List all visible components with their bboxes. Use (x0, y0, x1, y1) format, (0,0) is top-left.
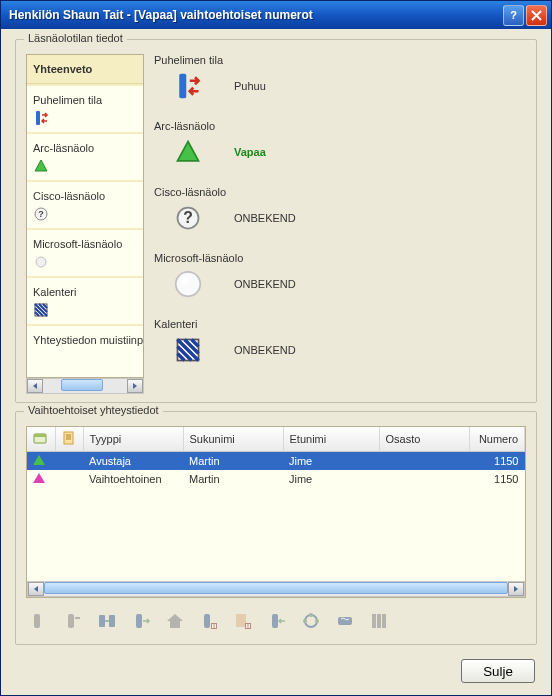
scroll-left-button[interactable] (27, 379, 43, 393)
sidebar-item-note[interactable]: Yhteystiedon muistiinpa (27, 328, 143, 348)
svg-rect-45 (382, 614, 386, 628)
table-hscrollbar[interactable] (27, 581, 525, 597)
close-button[interactable]: Sulje (461, 659, 535, 683)
tool-transfer[interactable] (128, 608, 154, 634)
tool-answer[interactable] (26, 608, 52, 634)
tool-park[interactable] (366, 608, 392, 634)
alt-contacts-legend: Vaihtoehtoiset yhteystiedot (24, 404, 163, 416)
tool-call[interactable] (60, 608, 86, 634)
presence-sidebar[interactable]: Yhteenveto Puhelimen tila Arc-läsnäolo C… (26, 54, 144, 378)
svg-marker-7 (133, 383, 137, 389)
detail-value-phone: Puhuu (234, 80, 266, 92)
tool-hold[interactable] (196, 608, 222, 634)
svg-marker-22 (514, 586, 518, 592)
cell-first: Jime (283, 470, 379, 488)
question-circle-icon: ? (33, 206, 49, 222)
sidebar-item-cal[interactable]: Kalenteri (27, 280, 143, 300)
svg-marker-9 (178, 142, 199, 161)
svg-rect-44 (377, 614, 381, 628)
svg-rect-17 (64, 432, 73, 444)
col-num[interactable]: Numero (469, 427, 525, 452)
presence-dot-icon (172, 268, 204, 300)
scroll-left-button[interactable] (28, 582, 44, 596)
cell-last: Martin (183, 470, 283, 488)
svg-rect-24 (68, 614, 74, 628)
presence-dot-icon (33, 254, 49, 270)
sidebar-item-ms[interactable]: Microsoft-läsnäolo (27, 232, 143, 252)
table-row[interactable]: VaihtoehtoinenMartinJime1150 (27, 470, 525, 488)
tool-hold-note[interactable] (230, 608, 256, 634)
svg-rect-35 (246, 624, 248, 628)
col-icon2[interactable] (55, 427, 83, 452)
hatch-square-icon (172, 334, 204, 366)
tool-consult[interactable] (94, 608, 120, 634)
sidebar-hscrollbar[interactable] (26, 378, 144, 394)
col-last[interactable]: Sukunimi (183, 427, 283, 452)
col-icon1[interactable] (27, 427, 55, 452)
svg-point-12 (176, 272, 201, 297)
cell-first: Jime (283, 452, 379, 471)
tool-conference[interactable] (298, 608, 324, 634)
svg-rect-42 (338, 617, 352, 625)
table-row[interactable]: AvustajaMartinJime1150 (27, 452, 525, 471)
titlebar[interactable]: Henkilön Shaun Tait - [Vapaa] vaihtoehto… (1, 1, 551, 29)
svg-rect-16 (34, 434, 46, 437)
tool-retrieve[interactable] (264, 608, 290, 634)
svg-rect-26 (109, 615, 115, 627)
svg-point-4 (36, 257, 46, 267)
svg-point-41 (303, 619, 307, 623)
detail-label-phone: Puhelimen tila (154, 54, 526, 66)
presence-details: Puhelimen tila Puhuu Arc-läsnäolo (154, 54, 526, 394)
window-title: Henkilön Shaun Tait - [Vapaa] vaihtoehto… (9, 8, 501, 22)
row-doc-icon (55, 470, 83, 488)
close-window-button[interactable] (526, 5, 547, 26)
row-doc-icon (55, 452, 83, 471)
svg-rect-37 (272, 614, 278, 628)
scroll-thumb[interactable] (61, 379, 103, 391)
cell-type: Avustaja (83, 452, 183, 471)
svg-rect-36 (249, 624, 251, 628)
tool-home[interactable] (162, 608, 188, 634)
detail-value-cisco: ONBEKEND (234, 212, 296, 224)
tool-record[interactable] (332, 608, 358, 634)
cell-dept (379, 452, 469, 471)
hatch-square-icon (33, 302, 49, 318)
sidebar-item-phone[interactable]: Puhelimen tila (27, 88, 143, 108)
dialog-footer: Sulje (15, 653, 537, 683)
presence-legend: Läsnäolotilan tiedot (24, 32, 127, 44)
detail-value-cal: ONBEKEND (234, 344, 296, 356)
svg-marker-1 (35, 160, 47, 171)
sidebar-item-cisco[interactable]: Cisco-läsnäolo (27, 184, 143, 204)
row-presence-icon (27, 470, 55, 488)
cell-num: 1150 (469, 452, 525, 471)
svg-rect-34 (245, 623, 251, 629)
scroll-right-button[interactable] (127, 379, 143, 393)
col-first[interactable]: Etunimi (283, 427, 379, 452)
cell-dept (379, 470, 469, 488)
col-type[interactable]: Tyyppi (83, 427, 183, 452)
scroll-right-button[interactable] (508, 582, 524, 596)
svg-rect-0 (36, 111, 40, 125)
alt-contacts-table[interactable]: Tyyppi Sukunimi Etunimi Osasto Numero Av… (26, 426, 526, 598)
svg-marker-21 (34, 586, 38, 592)
col-dept[interactable]: Osasto (379, 427, 469, 452)
svg-rect-30 (211, 623, 217, 629)
svg-rect-33 (236, 614, 246, 627)
content-area: Läsnäolotilan tiedot Yhteenveto Puhelime… (1, 29, 551, 695)
svg-rect-23 (34, 614, 40, 628)
sidebar-item-summary[interactable]: Yhteenveto (27, 55, 143, 84)
svg-text:?: ? (183, 209, 193, 226)
detail-label-cisco: Cisco-läsnäolo (154, 186, 526, 198)
sidebar-item-arc[interactable]: Arc-läsnäolo (27, 136, 143, 156)
detail-value-ms: ONBEKEND (234, 278, 296, 290)
table-header-row[interactable]: Tyyppi Sukunimi Etunimi Osasto Numero (27, 427, 525, 452)
scroll-thumb[interactable] (44, 582, 508, 594)
help-button[interactable]: ? (503, 5, 524, 26)
svg-marker-28 (167, 614, 183, 628)
svg-rect-27 (136, 614, 142, 628)
document-icon (62, 431, 76, 445)
row-presence-icon (27, 452, 55, 471)
cell-num: 1150 (469, 470, 525, 488)
svg-point-40 (315, 619, 319, 623)
cell-type: Vaihtoehtoinen (83, 470, 183, 488)
